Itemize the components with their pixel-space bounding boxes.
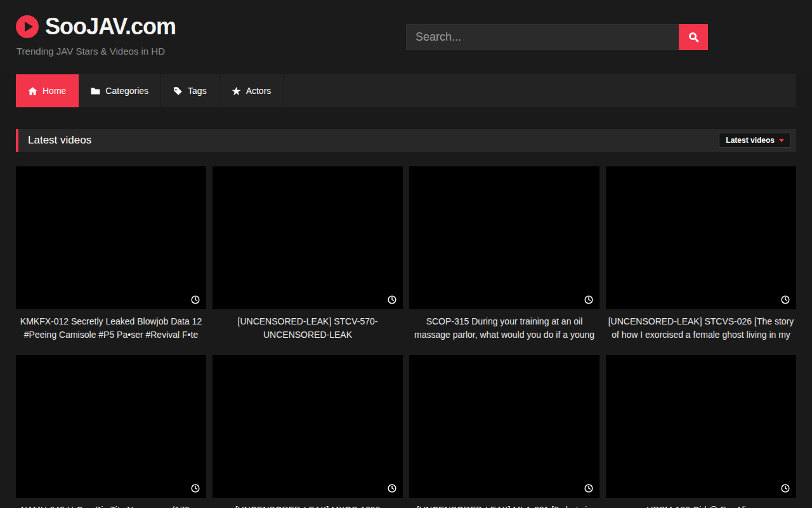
- video-card: UPSM-186 Girl @ Era Alice: [606, 355, 796, 508]
- video-card: [UNCENSORED-LEAK] MLA-231 [3 shots in: [409, 355, 599, 508]
- search-input[interactable]: [406, 24, 679, 50]
- video-grid: KMKFX-012 Secretly Leaked Blowjob Data 1…: [16, 166, 796, 508]
- section-header: Latest videos Latest videos: [16, 129, 796, 152]
- clock-icon: [781, 484, 790, 493]
- video-title[interactable]: [UNCENSORED-LEAK] STCVS-026 [The story o…: [606, 315, 796, 342]
- nav-item-home[interactable]: Home: [16, 74, 79, 107]
- video-thumbnail[interactable]: [409, 166, 599, 309]
- star-icon: [232, 86, 241, 96]
- nav-strip: Home Categories Tags Actors: [0, 74, 812, 107]
- caret-down-icon: [779, 139, 784, 142]
- video-thumbnail[interactable]: [213, 355, 403, 498]
- video-card: [UNCENSORED-LEAK] STCVS-026 [The story o…: [606, 166, 796, 342]
- video-title[interactable]: UPSM-186 Girl @ Era Alice: [606, 504, 796, 508]
- video-card: [UNCENSORED-LEAK] STCV-570-UNCENSORED-LE…: [213, 166, 403, 342]
- folder-icon: [91, 86, 100, 96]
- video-thumbnail[interactable]: [606, 166, 796, 309]
- video-card: SCOP-315 During your training at an oil …: [409, 166, 599, 342]
- video-card: NAMH-042 H-Cup Big Tits Newcomer (170cm …: [16, 355, 206, 508]
- video-title[interactable]: [UNCENSORED-LEAK] STCV-570-UNCENSORED-LE…: [213, 315, 403, 342]
- logo-text: SooJAV.com: [45, 13, 176, 40]
- clock-icon: [388, 295, 396, 304]
- nav-item-label: Actors: [246, 86, 272, 96]
- magnifier-icon: [688, 32, 699, 43]
- video-thumbnail[interactable]: [16, 355, 206, 498]
- nav-item-tags[interactable]: Tags: [161, 74, 219, 107]
- clock-icon: [781, 295, 790, 304]
- nav-item-actors[interactable]: Actors: [219, 74, 284, 107]
- nav-item-categories[interactable]: Categories: [79, 74, 161, 107]
- search-box: [406, 24, 708, 50]
- clock-icon: [191, 295, 200, 304]
- main-content: Latest videos Latest videos KMKFX-012 Se…: [0, 129, 812, 508]
- video-title[interactable]: SCOP-315 During your training at an oil …: [409, 315, 599, 342]
- video-title[interactable]: KMKFX-012 Secretly Leaked Blowjob Data 1…: [16, 315, 206, 342]
- video-thumbnail[interactable]: [16, 166, 206, 309]
- site-tagline: Trending JAV Stars & Videos in HD: [16, 46, 165, 57]
- main-nav: Home Categories Tags Actors: [16, 74, 796, 107]
- search-button[interactable]: [679, 24, 708, 50]
- nav-item-label: Categories: [105, 86, 148, 96]
- section-title: Latest videos: [28, 134, 91, 147]
- video-title[interactable]: NAMH-042 H-Cup Big Tits Newcomer (170cm …: [16, 504, 206, 508]
- video-card: KMKFX-012 Secretly Leaked Blowjob Data 1…: [16, 166, 206, 342]
- clock-icon: [191, 484, 200, 493]
- home-icon: [28, 86, 37, 96]
- clock-icon: [584, 295, 593, 304]
- video-title[interactable]: [UNCENSORED-LEAK] MLA-231 [3 shots in: [409, 504, 599, 508]
- clock-icon: [388, 484, 396, 493]
- video-card: [UNCENSORED-LEAK] MXGS-1296 Absolutely: [213, 355, 403, 508]
- video-thumbnail[interactable]: [213, 166, 403, 309]
- video-thumbnail[interactable]: [606, 355, 796, 498]
- tags-icon: [173, 86, 183, 96]
- site-header: SooJAV.com Trending JAV Stars & Videos i…: [0, 0, 812, 74]
- site-logo[interactable]: SooJAV.com: [16, 13, 176, 40]
- video-thumbnail[interactable]: [409, 355, 599, 498]
- sort-dropdown[interactable]: Latest videos: [719, 133, 791, 148]
- clock-icon: [584, 484, 593, 493]
- video-title[interactable]: [UNCENSORED-LEAK] MXGS-1296 Absolutely: [213, 504, 403, 508]
- sort-dropdown-label: Latest videos: [726, 136, 775, 145]
- nav-item-label: Tags: [188, 86, 207, 96]
- nav-item-label: Home: [43, 86, 66, 96]
- play-icon: [16, 15, 39, 38]
